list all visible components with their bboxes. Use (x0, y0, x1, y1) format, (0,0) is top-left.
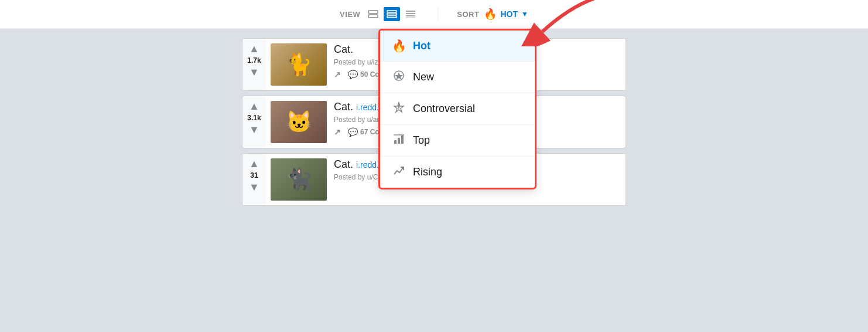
svg-marker-11 (395, 72, 403, 80)
chevron-down-icon: ▼ (521, 10, 528, 18)
svg-rect-0 (368, 11, 378, 13)
vote-column: ▲ 1.7k ▼ (242, 39, 266, 90)
downvote-button[interactable]: ▼ (249, 124, 259, 135)
sort-dropdown: 🔥 Hot New (378, 29, 536, 189)
svg-rect-4 (387, 16, 397, 18)
sort-label: SORT (457, 10, 479, 19)
sort-option-new[interactable]: New (380, 62, 535, 93)
svg-rect-16 (401, 135, 404, 144)
sort-section: SORT 🔥 HOT ▼ (457, 8, 528, 21)
upvote-button[interactable]: ▲ (249, 101, 259, 111)
thumbnail-emoji: 🐈‍⬛ (286, 167, 312, 192)
vote-count: 31 (250, 171, 258, 179)
sort-hot-label: Hot (413, 40, 430, 52)
toolbar-divider (438, 7, 438, 21)
share-icon: ↗ (334, 70, 341, 79)
view-icons (365, 7, 419, 21)
sort-option-hot[interactable]: 🔥 Hot (380, 31, 535, 62)
new-icon (392, 70, 406, 84)
vote-count: 1.7k (247, 56, 261, 65)
svg-rect-15 (398, 138, 400, 144)
thumbnail-emoji: 🐈 (286, 52, 312, 77)
sort-controversial-label: Controversial (413, 103, 475, 115)
share-icon: ↗ (334, 127, 341, 137)
svg-rect-1 (368, 15, 378, 18)
svg-rect-2 (387, 11, 397, 12)
sort-active-label: HOT (500, 9, 518, 19)
sort-option-controversial[interactable]: Controversial (380, 93, 535, 125)
sort-top-label: Top (413, 134, 430, 147)
share-action[interactable]: ↗ (334, 70, 341, 79)
vote-column: ▲ 3.1k ▼ (242, 96, 266, 148)
top-icon (392, 133, 406, 148)
downvote-button[interactable]: ▼ (249, 182, 259, 192)
sort-hot-button[interactable]: 🔥 HOT ▼ (484, 8, 528, 21)
sort-dropdown-menu: 🔥 Hot New (378, 29, 536, 189)
sort-rising-label: Rising (413, 166, 442, 178)
feed: 🔥 Hot New (0, 29, 868, 220)
sort-option-top[interactable]: Top (380, 125, 535, 157)
toolbar: VIEW (0, 0, 868, 29)
post-thumbnail[interactable]: 🐈‍⬛ (271, 158, 327, 201)
svg-rect-14 (394, 140, 397, 144)
comment-icon: 💬 (348, 127, 358, 137)
view-section: VIEW (340, 7, 419, 21)
flame-icon: 🔥 (484, 8, 497, 21)
rising-icon (392, 165, 406, 179)
downvote-button[interactable]: ▼ (249, 67, 259, 77)
comment-icon: 💬 (348, 70, 358, 79)
sort-option-rising[interactable]: Rising (380, 157, 535, 188)
post-thumbnail[interactable]: 🐱 (271, 101, 327, 143)
controversial-icon (392, 101, 406, 116)
view-compact-button[interactable] (384, 7, 400, 21)
share-action[interactable]: ↗ (334, 127, 341, 137)
upvote-button[interactable]: ▲ (249, 43, 259, 54)
upvote-button[interactable]: ▲ (249, 158, 259, 169)
vote-column: ▲ 31 ▼ (242, 154, 266, 205)
svg-rect-3 (387, 13, 397, 15)
view-list-button[interactable] (402, 7, 419, 21)
view-label: VIEW (340, 10, 360, 19)
view-card-button[interactable] (365, 7, 381, 21)
post-thumbnail[interactable]: 🐈 (271, 43, 327, 86)
vote-count: 3.1k (247, 114, 261, 122)
thumbnail-emoji: 🐱 (286, 110, 312, 134)
hot-icon: 🔥 (392, 39, 406, 53)
sort-new-label: New (413, 71, 434, 83)
